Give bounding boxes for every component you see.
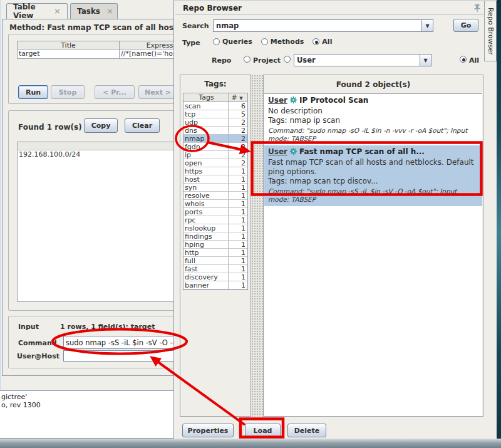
tag-name: discovery [183, 273, 229, 281]
load-button[interactable]: Load [245, 424, 281, 437]
list-item[interactable]: 192.168.100.0/24 [18, 150, 179, 159]
tag-name: fast [183, 265, 229, 273]
tag-count: 1 [229, 224, 247, 232]
user-host-input[interactable] [63, 350, 185, 362]
object-card[interactable]: UserIP Protocol ScanNo descriptionTags: … [264, 94, 482, 145]
window-bottom-edge [0, 439, 501, 448]
tag-row[interactable]: fast1 [183, 265, 247, 273]
repo-all-label[interactable]: All [469, 56, 479, 65]
search-combo[interactable]: nmap ▼ [213, 19, 433, 32]
tag-row[interactable]: dns2 [183, 127, 247, 135]
repo-project-label[interactable]: Project [253, 56, 281, 65]
chevron-down-icon[interactable]: ▼ [421, 20, 433, 31]
repo-user-radio[interactable] [284, 56, 291, 63]
repo-project-radio[interactable] [244, 56, 250, 63]
next-button[interactable]: Next > [138, 85, 177, 99]
tag-row[interactable]: ip2 [183, 151, 247, 159]
found-objects-label: Found 2 object(s) [264, 80, 483, 89]
tag-count: 2 [229, 127, 247, 134]
tag-row[interactable]: rpc1 [183, 216, 247, 224]
type-option-all[interactable]: All [312, 38, 332, 46]
desktop-edge [497, 0, 501, 448]
tag-row[interactable]: open2 [183, 159, 247, 167]
split-divider[interactable] [251, 75, 263, 417]
run-button[interactable]: Run [18, 85, 48, 99]
type-option-methods[interactable]: Methods [261, 38, 304, 46]
tag-row[interactable]: banner1 [183, 281, 247, 289]
tag-row[interactable]: syn1 [183, 184, 247, 192]
type-radio-group: QueriesMethodsAll [213, 38, 332, 46]
search-input[interactable]: nmap [214, 21, 421, 31]
repo-all-radio[interactable] [460, 56, 467, 63]
tag-row[interactable]: udp2 [183, 118, 247, 127]
tag-name: udp [183, 118, 229, 126]
prev-button[interactable]: < Pr... [95, 85, 135, 99]
user-host-label: User@Host [17, 352, 59, 360]
copy-button[interactable]: Copy [84, 118, 118, 133]
tag-row[interactable]: scan6 [183, 102, 247, 110]
col-title[interactable]: Title [18, 41, 120, 49]
tag-row[interactable]: resolve1 [183, 192, 247, 200]
tag-count: 1 [229, 249, 247, 256]
radio-label: All [322, 38, 332, 46]
object-description: Fast nmap TCP scan of all hosts and netb… [268, 158, 478, 177]
object-owner-link[interactable]: User [268, 147, 287, 156]
tag-count: 2 [229, 118, 247, 126]
object-title: Fast nmap TCP scan of all h... [299, 147, 425, 156]
tag-row[interactable]: hping1 [183, 241, 247, 249]
tag-name: rpc [183, 216, 229, 224]
go-button[interactable]: Go [453, 19, 478, 32]
tag-row[interactable]: tcp5 [183, 110, 247, 118]
tags-col-header[interactable]: Tags [183, 93, 229, 102]
tag-count: 1 [229, 200, 247, 207]
delete-button[interactable]: Delete [287, 424, 326, 437]
tag-count: 1 [229, 273, 247, 281]
repo-browser-side-tab[interactable]: Repo Browser [484, 1, 497, 61]
pin-icon[interactable] [473, 4, 481, 14]
type-option-queries[interactable]: Queries [213, 38, 252, 46]
tag-row[interactable]: findings1 [183, 232, 247, 241]
tab-tasks[interactable]: Tasks × [70, 3, 118, 19]
chevron-down-icon[interactable]: ▼ [420, 55, 431, 66]
tag-row[interactable]: discovery1 [183, 273, 247, 281]
tag-row[interactable]: whois1 [183, 200, 247, 208]
tag-name: syn [183, 184, 229, 191]
tag-count: 2 [229, 143, 247, 150]
close-icon[interactable]: × [106, 8, 113, 14]
tag-row[interactable]: full1 [183, 257, 247, 265]
radio-icon[interactable] [213, 38, 220, 45]
command-input[interactable] [63, 336, 185, 349]
tags-table[interactable]: Tags # ▼ scan6tcp5udp2dns2nmap2fqdn2ip2o… [183, 93, 248, 290]
tag-name: https [183, 167, 229, 175]
properties-button[interactable]: Properties [182, 424, 234, 437]
tag-row[interactable]: fqdn2 [183, 143, 247, 151]
tag-name: scan [183, 102, 229, 110]
object-card[interactable]: UserFast nmap TCP scan of all h...Fast n… [264, 145, 482, 206]
tag-row[interactable]: https1 [183, 167, 247, 175]
tag-row[interactable]: host1 [183, 175, 247, 184]
tag-count: 1 [229, 208, 247, 216]
result-rows-list[interactable]: 192.168.100.0/24 [17, 142, 180, 302]
tag-row[interactable]: nslookup1 [183, 224, 247, 232]
radio-label: Methods [271, 38, 304, 46]
object-owner-link[interactable]: User [268, 96, 287, 105]
search-label: Search [182, 22, 209, 30]
cell-title[interactable]: target [18, 49, 120, 58]
radio-icon[interactable] [312, 38, 319, 45]
gear-icon [289, 147, 297, 158]
tag-row[interactable]: ports1 [183, 208, 247, 216]
tab-table-view[interactable]: Table View × [6, 3, 68, 19]
tag-row[interactable]: nmap2 [183, 135, 247, 143]
object-title: IP Protocol Scan [299, 96, 368, 105]
tag-count: 1 [229, 257, 247, 264]
tags-title: Tags: [180, 80, 250, 88]
tag-count: 2 [229, 135, 247, 142]
clear-button[interactable]: Clear [125, 118, 160, 133]
stop-button[interactable]: Stop [51, 85, 85, 99]
input-label: Input [18, 323, 39, 331]
radio-icon[interactable] [261, 38, 268, 45]
tag-row[interactable]: http1 [183, 249, 247, 257]
repo-user-combo[interactable]: User ▼ [294, 54, 431, 66]
count-col-header[interactable]: # ▼ [229, 93, 247, 102]
close-icon[interactable]: × [54, 8, 61, 14]
